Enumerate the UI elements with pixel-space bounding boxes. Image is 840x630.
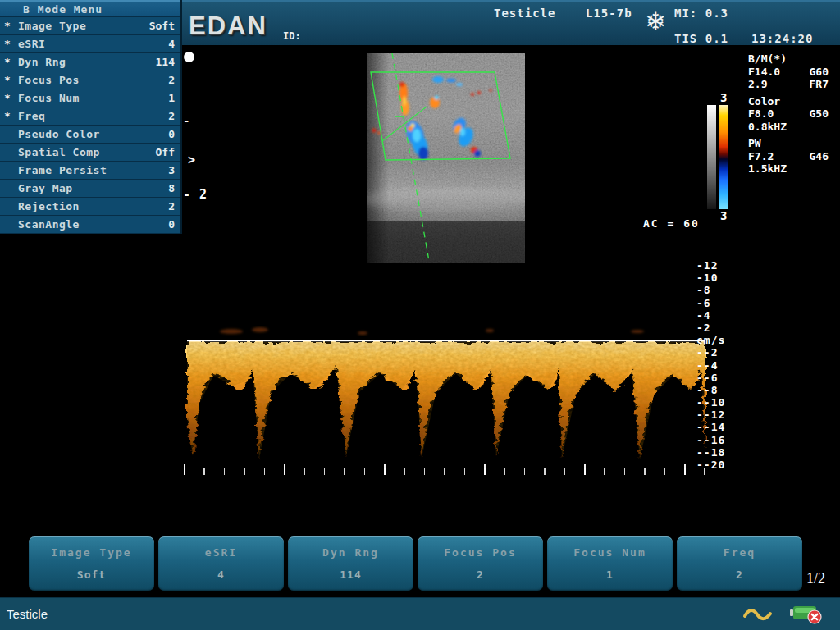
menu-item-value: 2 — [168, 74, 180, 86]
focus-position-marker: > — [188, 153, 195, 167]
color-scale-top-value: 3 — [720, 91, 727, 104]
menu-items: * Image Type Soft * eSRI 4 * Dyn Rng 114 — [0, 17, 180, 234]
softkey-label: Image Type — [29, 546, 154, 559]
menu-item-label: Pseudo Color — [18, 128, 168, 140]
softkey-label: Dyn Rng — [288, 546, 413, 559]
pw-spectrogram — [182, 318, 707, 476]
softkey-label: Freq — [677, 546, 802, 559]
active-star-marker: * — [0, 110, 18, 122]
menu-item[interactable]: * Freq 2 — [0, 107, 180, 126]
active-star-marker: * — [0, 56, 18, 68]
active-star-marker: * — [0, 20, 18, 32]
edan-logo: EDAN — [189, 11, 267, 41]
menu-item-label: eSRI — [18, 38, 168, 50]
scale-tick-label: --8 — [696, 384, 725, 396]
softkey-button[interactable]: eSRI 4 — [158, 536, 284, 591]
menu-item[interactable]: * Focus Num 1 — [0, 89, 180, 107]
menu-item-value: 0 — [168, 218, 180, 231]
time-axis-minor-ticks — [184, 468, 709, 475]
menu-item[interactable]: * Dyn Rng 114 — [0, 53, 180, 71]
active-star-marker: * — [0, 38, 18, 50]
status-exam-type: Testicle — [7, 607, 48, 621]
scale-tick-label: --6 — [696, 372, 725, 384]
softkey-bar: Image Type Soft eSRI 4 Dyn Rng 114 Focus… — [29, 536, 802, 591]
menu-item[interactable]: * eSRI 4 — [0, 35, 180, 53]
softkey-button[interactable]: Focus Pos 2 — [418, 536, 543, 591]
softkey-button[interactable]: Image Type Soft — [29, 536, 154, 591]
menu-item-value: Soft — [149, 20, 180, 32]
softkey-value: Soft — [29, 568, 154, 581]
scale-tick-label: --18 — [696, 446, 725, 459]
scale-tick-label: --2 — [696, 346, 725, 358]
softkey-value: 2 — [677, 568, 802, 581]
menu-item[interactable]: * Image Type Soft — [0, 17, 180, 35]
bm-mode-label: B/M(*) — [748, 52, 829, 66]
system-clock: 13:24:20 — [751, 32, 813, 45]
probe-orientation-marker — [184, 52, 194, 62]
scale-tick-label: -6 — [696, 297, 725, 309]
menu-item[interactable]: Rejection 2 — [0, 198, 180, 216]
pw-prf: 1.5kHZ — [748, 162, 829, 176]
status-bar: Testicle — [0, 597, 840, 630]
patient-id-label: ID: — [283, 30, 301, 42]
menu-item-label: Spatial Comp — [18, 146, 156, 158]
menu-item[interactable]: Spatial Comp Off — [0, 144, 180, 162]
velocity-scale: -12 -10 -8 -6 -4 -2 cm/s --2 --4 --6 --8… — [696, 259, 725, 471]
menu-item-value: 2 — [168, 200, 180, 212]
scale-tick-label: -4 — [696, 309, 725, 322]
angle-correction-value: AC = 60 — [643, 217, 700, 230]
softkey-page-indicator[interactable]: 1/2 — [806, 570, 825, 587]
menu-item[interactable]: Pseudo Color 0 — [0, 126, 180, 144]
ultrasound-screen: EDAN ID: Testicle L15-7b ❄ MI: 0.3 TIS 0… — [0, 0, 840, 630]
scale-tick-label: --16 — [696, 434, 725, 446]
menu-item-value: 3 — [168, 164, 180, 176]
scale-tick-label: -10 — [696, 272, 725, 284]
scale-tick-label: -2 — [696, 322, 725, 334]
doppler-color-bar — [719, 105, 728, 209]
softkey-button[interactable]: Dyn Rng 114 — [288, 536, 413, 591]
exam-type-label: Testicle — [494, 7, 555, 20]
softkey-button[interactable]: Freq 2 — [677, 536, 802, 591]
softkey-value: 1 — [547, 568, 673, 581]
bm-frequency: F14.0 — [748, 66, 780, 79]
tis-index-value: TIS 0.1 — [674, 32, 728, 45]
active-star-marker: * — [0, 92, 18, 104]
menu-item-label: Focus Num — [18, 92, 168, 104]
softkey-button[interactable]: Focus Num 1 — [547, 536, 673, 591]
probe-name-label: L15-7b — [586, 7, 632, 20]
menu-item-label: Rejection — [18, 200, 168, 212]
color-gain: G50 — [810, 107, 829, 121]
imaging-parameters: B/M(*) F14.0 G60 2.9 FR7 Color F8.0 G50 … — [748, 52, 829, 176]
scale-tick-label: --4 — [696, 359, 725, 372]
menu-item[interactable]: Frame Persist 3 — [0, 162, 180, 180]
doppler-baseline — [187, 340, 705, 341]
scale-tick-label: cm/s — [696, 334, 725, 346]
bm-depth: 2.9 — [748, 78, 767, 91]
menu-item-label: Frame Persist — [18, 164, 168, 176]
menu-item-value: 2 — [168, 110, 180, 122]
b-mode-image — [368, 53, 525, 262]
menu-item-value: 4 — [168, 38, 180, 50]
color-scale-bottom-value: 3 — [720, 209, 727, 222]
menu-item-value: 1 — [168, 92, 180, 104]
menu-item-label: Dyn Rng — [18, 56, 156, 68]
depth-ruler-tick: - — [183, 114, 189, 127]
menu-item[interactable]: * Focus Pos 2 — [0, 71, 180, 89]
softkey-value: 2 — [418, 568, 543, 581]
b-mode-menu: B Mode Menu * Image Type Soft * eSRI 4 *… — [0, 0, 182, 234]
softkey-value: 4 — [158, 568, 284, 581]
menu-item-value: 0 — [168, 128, 180, 140]
bm-gain: G60 — [810, 66, 829, 79]
softkey-label: Focus Num — [547, 546, 673, 559]
menu-item[interactable]: ScanAngle 0 — [0, 216, 180, 234]
menu-item-value: 114 — [156, 56, 180, 68]
color-frequency: F8.0 — [748, 107, 774, 121]
menu-item[interactable]: Gray Map 8 — [0, 180, 180, 198]
pw-gain: G46 — [810, 150, 829, 163]
freeze-snowflake-icon: ❄ — [645, 9, 666, 34]
battery-error-icon — [788, 603, 824, 626]
pw-frequency: F7.2 — [748, 150, 774, 163]
pw-mode-label: PW — [748, 137, 829, 150]
scale-tick-label: -8 — [696, 284, 725, 296]
bm-frame-rate: FR7 — [810, 78, 829, 91]
